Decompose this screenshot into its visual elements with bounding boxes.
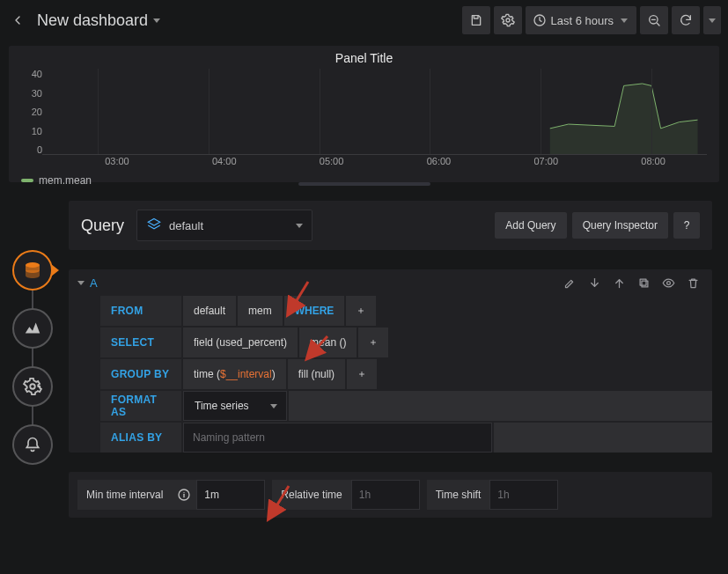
legend-label[interactable]: mem.mean: [39, 174, 92, 187]
groupby-add-button[interactable]: [347, 359, 377, 389]
collapse-toggle-icon[interactable]: [77, 281, 85, 285]
arrow-left-icon: [11, 13, 25, 27]
sidebar-item-settings[interactable]: [12, 366, 53, 407]
alias-filler: [494, 423, 712, 453]
duplicate-query-button[interactable]: [633, 272, 654, 293]
time-shift-input[interactable]: [489, 480, 558, 510]
query-row-id[interactable]: A: [90, 276, 98, 290]
save-icon: [469, 13, 483, 27]
groupby-time-var: $__interval: [220, 368, 272, 380]
groupby-fill[interactable]: fill (null): [288, 359, 345, 389]
clock-icon: [533, 13, 547, 27]
panel-resize-handle[interactable]: [298, 182, 430, 186]
from-policy[interactable]: default: [183, 296, 236, 326]
format-value: Time series: [195, 400, 249, 412]
select-add-button[interactable]: [358, 327, 388, 357]
save-button[interactable]: [462, 6, 490, 34]
move-up-button[interactable]: [608, 272, 629, 293]
min-interval-info-button[interactable]: [172, 480, 196, 510]
alias-input[interactable]: [183, 423, 492, 453]
time-range-label: Last 6 hours: [550, 14, 614, 27]
relative-time-input-wrap: [351, 480, 420, 510]
groupby-time[interactable]: time ($__interval): [183, 359, 286, 389]
select-keyword: SELECT: [100, 327, 181, 357]
chevron-down-icon: [296, 224, 303, 228]
query-help-button[interactable]: ?: [673, 212, 700, 239]
sidebar-item-datasource[interactable]: [12, 250, 53, 291]
svg-point-0: [506, 18, 510, 22]
svg-point-8: [666, 281, 670, 284]
where-add-button[interactable]: [346, 296, 376, 326]
time-range-button[interactable]: Last 6 hours: [526, 6, 636, 34]
back-button[interactable]: [7, 10, 28, 31]
alias-keyword: ALIAS BY: [100, 423, 181, 453]
format-select[interactable]: Time series: [183, 391, 287, 421]
legend-swatch: [21, 179, 33, 182]
datasource-name: default: [169, 219, 203, 232]
gear-icon: [501, 13, 515, 27]
relative-time-input[interactable]: [351, 480, 420, 510]
panel-title[interactable]: Panel Title: [9, 46, 719, 69]
alias-input-wrap: [183, 423, 492, 453]
time-shift-label: Time shift: [427, 480, 490, 510]
chevron-down-icon: [709, 18, 716, 23]
chart-area[interactable]: 403020100 03:0004:0005:0006:0007:0008:00: [21, 69, 707, 155]
sidebar-item-visualization[interactable]: [12, 308, 53, 349]
time-shift-input-wrap: [489, 480, 558, 510]
query-section-title: Query: [81, 217, 124, 235]
where-keyword[interactable]: WHERE: [284, 296, 345, 326]
refresh-interval-button[interactable]: [703, 6, 721, 34]
from-keyword: FROM: [100, 296, 181, 326]
dashboard-dropdown-icon[interactable]: [153, 18, 160, 23]
toggle-visibility-button[interactable]: [658, 272, 679, 293]
datasource-select[interactable]: default: [136, 210, 313, 241]
datasource-icon: [146, 217, 162, 233]
query-inspector-button[interactable]: Query Inspector: [572, 212, 668, 239]
groupby-time-post: ): [272, 368, 276, 380]
dashboard-title[interactable]: New dashboard: [37, 11, 148, 30]
sidebar-item-alert[interactable]: [12, 424, 53, 465]
min-interval-input-wrap: [196, 480, 265, 510]
min-interval-label: Min time interval: [77, 480, 172, 510]
zoom-out-icon: [647, 13, 661, 27]
add-query-button[interactable]: Add Query: [495, 212, 566, 239]
select-agg[interactable]: mean (): [299, 327, 357, 357]
settings-button[interactable]: [494, 6, 522, 34]
svg-rect-7: [640, 279, 646, 285]
min-interval-input[interactable]: [196, 480, 265, 510]
relative-time-label: Relative time: [272, 480, 350, 510]
format-keyword: FORMAT AS: [100, 391, 181, 421]
remove-query-button[interactable]: [682, 272, 703, 293]
groupby-time-pre: time (: [194, 368, 220, 380]
refresh-button[interactable]: [672, 6, 700, 34]
svg-point-5: [30, 384, 35, 389]
svg-rect-6: [642, 281, 648, 287]
chevron-down-icon: [621, 18, 628, 23]
from-measurement[interactable]: mem: [238, 296, 283, 326]
format-filler: [289, 391, 712, 421]
info-icon: [177, 488, 191, 502]
select-field[interactable]: field (used_percent): [183, 327, 298, 357]
graph-panel: Panel Title 403020100 03:0004:0005:0006:…: [9, 46, 719, 182]
zoom-out-button[interactable]: [640, 6, 668, 34]
groupby-keyword: GROUP BY: [100, 359, 181, 389]
chevron-down-icon: [270, 404, 277, 408]
move-down-button[interactable]: [584, 272, 605, 293]
refresh-icon: [679, 13, 693, 27]
svg-marker-3: [550, 84, 698, 154]
toggle-edit-mode-button[interactable]: [559, 272, 580, 293]
